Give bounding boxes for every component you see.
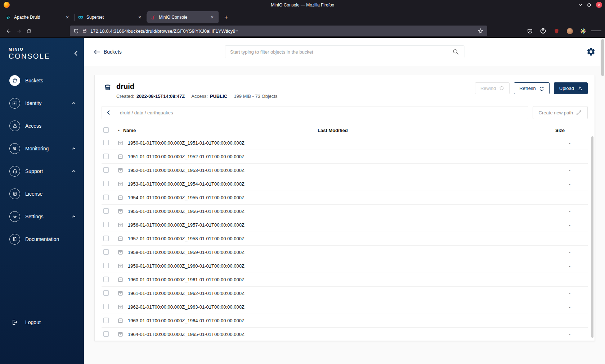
select-all-checkbox[interactable] <box>103 127 109 133</box>
account-button[interactable] <box>538 26 548 36</box>
object-name[interactable]: 1956-01-01T00:00:00.000Z_1957-01-01T00:0… <box>128 222 245 228</box>
object-name[interactable]: 1953-01-01T00:00:00.000Z_1954-01-01T00:0… <box>128 181 245 187</box>
back-to-buckets-link[interactable]: Buckets <box>94 49 122 55</box>
table-row[interactable]: 1959-01-01T00:00:00.000Z_1960-01-01T00:0… <box>102 259 588 273</box>
table-row[interactable]: 1958-01-01T00:00:00.000Z_1959-01-01T00:0… <box>102 246 588 259</box>
object-name[interactable]: 1954-01-01T00:00:00.000Z_1955-01-01T00:0… <box>128 195 245 200</box>
sidebar-item-logout[interactable]: Logout <box>0 315 84 329</box>
sidebar-item-monitoring[interactable]: Monitoring <box>0 141 84 156</box>
row-checkbox[interactable] <box>103 318 109 323</box>
row-checkbox[interactable] <box>103 167 109 173</box>
table-row[interactable]: 1953-01-01T00:00:00.000Z_1954-01-01T00:0… <box>102 177 588 191</box>
object-name[interactable]: 1962-01-01T00:00:00.000Z_1963-01-01T00:0… <box>128 304 245 310</box>
extension-avatar-button[interactable] <box>565 26 575 36</box>
ublock-extension-button[interactable] <box>551 26 561 36</box>
object-name[interactable]: 1964-01-01T00:00:00.000Z_1965-01-01T00:0… <box>128 332 245 337</box>
sidebar-item-documentation[interactable]: Documentation <box>0 231 84 247</box>
page-scrollbar[interactable] <box>600 38 605 364</box>
new-tab-button[interactable]: + <box>221 12 231 22</box>
column-header-name[interactable]: ▲ Name <box>117 128 318 133</box>
reload-button[interactable] <box>24 26 34 36</box>
table-row[interactable]: 1954-01-01T00:00:00.000Z_1955-01-01T00:0… <box>102 191 588 205</box>
object-name[interactable]: 1955-01-01T00:00:00.000Z_1956-01-01T00:0… <box>128 209 245 214</box>
row-checkbox[interactable] <box>103 331 109 337</box>
object-name[interactable]: 1957-01-01T00:00:00.000Z_1958-01-01T00:0… <box>128 236 245 241</box>
object-name[interactable]: 1958-01-01T00:00:00.000Z_1959-01-01T00:0… <box>128 250 245 255</box>
table-row[interactable]: 1952-01-01T00:00:00.000Z_1953-01-01T00:0… <box>102 164 588 177</box>
table-row[interactable]: 1960-01-01T00:00:00.000Z_1961-01-01T00:0… <box>102 273 588 287</box>
row-checkbox[interactable] <box>103 208 109 214</box>
path-back-button[interactable] <box>107 110 110 115</box>
window-maximize-button[interactable] <box>587 3 591 7</box>
breadcrumb[interactable]: druid / data / earthquakes <box>120 110 173 115</box>
chevron-up-icon[interactable] <box>72 170 76 173</box>
row-checkbox[interactable] <box>103 277 109 282</box>
tab-close-icon[interactable]: × <box>64 14 71 21</box>
sidebar-collapse-button[interactable] <box>74 51 77 56</box>
table-row[interactable]: 1962-01-01T00:00:00.000Z_1963-01-01T00:0… <box>102 300 588 314</box>
row-checkbox[interactable] <box>103 236 109 241</box>
window-minimize-button[interactable] <box>578 4 582 6</box>
object-name[interactable]: 1959-01-01T00:00:00.000Z_1960-01-01T00:0… <box>128 263 245 269</box>
row-checkbox[interactable] <box>103 222 109 227</box>
row-checkbox[interactable] <box>103 304 109 309</box>
url-text[interactable]: 172.18.0.4:31664/buckets/druid/browse/ZG… <box>90 28 474 34</box>
sort-ascending-icon[interactable]: ▲ <box>117 129 120 132</box>
object-filter-search[interactable] <box>225 45 464 58</box>
chevron-up-icon[interactable] <box>72 102 76 105</box>
search-input[interactable] <box>230 49 449 55</box>
row-checkbox[interactable] <box>103 140 109 145</box>
bookmark-star-icon[interactable] <box>478 28 484 34</box>
object-name[interactable]: 1961-01-01T00:00:00.000Z_1962-01-01T00:0… <box>128 291 245 296</box>
row-checkbox[interactable] <box>103 290 109 296</box>
console-settings-button[interactable] <box>586 47 596 56</box>
table-row[interactable]: 1961-01-01T00:00:00.000Z_1962-01-01T00:0… <box>102 287 588 300</box>
back-button[interactable] <box>4 26 14 36</box>
table-row[interactable]: 1955-01-01T00:00:00.000Z_1956-01-01T00:0… <box>102 205 588 218</box>
tab-minio-console[interactable]: MinIO Console × <box>147 11 219 23</box>
row-checkbox[interactable] <box>103 154 109 159</box>
object-name[interactable]: 1960-01-01T00:00:00.000Z_1961-01-01T00:0… <box>128 277 245 282</box>
sidebar-item-buckets[interactable]: Buckets <box>0 73 84 88</box>
sidebar-item-support[interactable]: Support <box>0 163 84 179</box>
refresh-button[interactable]: Refresh <box>514 82 550 94</box>
table-row[interactable]: 1950-01-01T00:00:00.000Z_1951-01-01T00:0… <box>102 136 588 150</box>
object-name[interactable]: 1951-01-01T00:00:00.000Z_1952-01-01T00:0… <box>128 154 245 159</box>
tab-superset[interactable]: Superset × <box>75 11 146 23</box>
object-name[interactable]: 1952-01-01T00:00:00.000Z_1953-01-01T00:0… <box>128 168 245 173</box>
chevron-up-icon[interactable] <box>72 147 76 150</box>
row-checkbox[interactable] <box>103 249 109 255</box>
pocket-button[interactable] <box>525 26 535 36</box>
upload-button[interactable]: Upload <box>554 82 588 94</box>
tab-close-icon[interactable]: × <box>136 14 143 21</box>
sidebar-item-settings[interactable]: Settings <box>0 209 84 224</box>
shield-icon[interactable] <box>73 28 79 34</box>
table-row[interactable]: 1963-01-01T00:00:00.000Z_1964-01-01T00:0… <box>102 314 588 328</box>
tab-apache-druid[interactable]: Apache Druid × <box>3 11 74 23</box>
table-row[interactable]: 1957-01-01T00:00:00.000Z_1958-01-01T00:0… <box>102 232 588 246</box>
object-name[interactable]: 1950-01-01T00:00:00.000Z_1951-01-01T00:0… <box>128 140 245 146</box>
menu-button[interactable] <box>591 26 601 36</box>
table-row[interactable]: 1951-01-01T00:00:00.000Z_1952-01-01T00:0… <box>102 150 588 164</box>
column-header-size[interactable]: Size <box>534 128 588 133</box>
container-extension-button[interactable] <box>578 26 588 36</box>
row-checkbox[interactable] <box>103 263 109 268</box>
rewind-button[interactable]: Rewind <box>475 82 510 94</box>
page-scrollbar-thumb[interactable] <box>601 39 604 76</box>
column-header-last-modified[interactable]: Last Modified <box>318 128 534 133</box>
table-row[interactable]: 1956-01-01T00:00:00.000Z_1957-01-01T00:0… <box>102 218 588 232</box>
chevron-up-icon[interactable] <box>72 215 76 218</box>
tab-close-icon[interactable]: × <box>209 14 216 21</box>
window-close-button[interactable]: ✕ <box>596 2 602 8</box>
object-name[interactable]: 1963-01-01T00:00:00.000Z_1964-01-01T00:0… <box>128 318 245 323</box>
table-row[interactable]: 1964-01-01T00:00:00.000Z_1965-01-01T00:0… <box>102 328 588 341</box>
insecure-lock-icon[interactable] <box>82 28 87 34</box>
row-checkbox[interactable] <box>103 195 109 200</box>
url-bar[interactable]: 172.18.0.4:31664/buckets/druid/browse/ZG… <box>70 26 487 36</box>
create-new-path-button[interactable]: Create new path <box>533 106 588 119</box>
sidebar-item-license[interactable]: License <box>0 186 84 202</box>
sidebar-item-identity[interactable]: Identity <box>0 95 84 111</box>
table-scrollbar[interactable] <box>591 136 593 338</box>
row-checkbox[interactable] <box>103 181 109 186</box>
sidebar-item-access[interactable]: Access <box>0 118 84 134</box>
